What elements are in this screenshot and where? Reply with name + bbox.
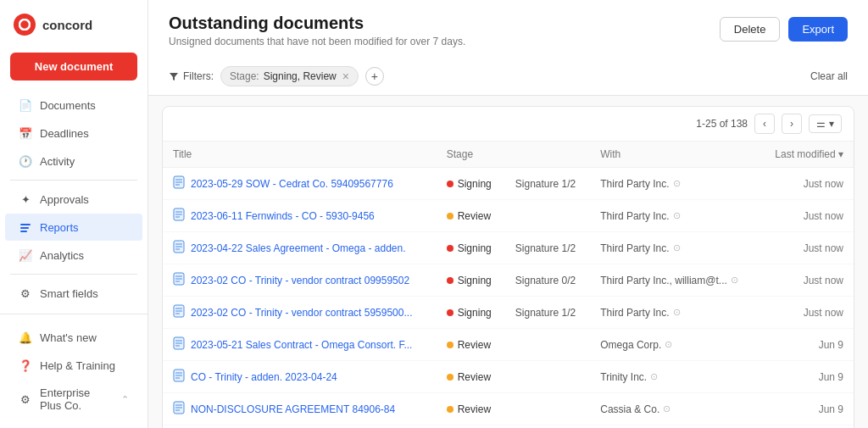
doc-name-2: 2023-04-22 Sales Agreement - Omega - add… [191, 242, 406, 254]
sidebar-item-whats-new[interactable]: 🔔 What's new [5, 324, 142, 351]
page-subtitle: Unsigned documents that have not been mo… [169, 36, 465, 47]
sidebar-label-enterprise: Enterprise Plus Co. [40, 386, 114, 412]
table-settings-chevron: ▾ [829, 118, 834, 130]
sidebar-item-activity[interactable]: 🕐 Activity [5, 147, 142, 175]
sidebar-item-approvals[interactable]: ✦ Approvals [5, 186, 142, 213]
sidebar-bottom: 🔔 What's new ❓ Help & Training ⚙ Enterpr… [0, 314, 147, 428]
cell-title-4: 2023-02 CO - Trinity - vendor contract 5… [163, 297, 437, 329]
stage-label-1: Review [458, 210, 491, 222]
table-body: 2023-05-29 SOW - Cedrat Co. 59409567776 … [163, 168, 854, 429]
sidebar-item-documents[interactable]: 📄 Documents [5, 92, 142, 119]
table-row[interactable]: CO - Trinity - adden. 2023-04-24 Review … [163, 361, 854, 393]
sidebar-item-help-training[interactable]: ❓ Help & Training [5, 352, 142, 379]
reports-icon [19, 220, 32, 234]
cell-stage-7: Review [437, 393, 505, 425]
cell-title-3: 2023-02 CO - Trinity - vendor contract 0… [163, 264, 437, 297]
stage-label-7: Review [458, 403, 491, 415]
filter-close-button[interactable]: × [342, 69, 349, 83]
logo: concord [0, 0, 147, 46]
cell-with-1: Third Party Inc. ⊙ [590, 200, 760, 232]
cell-stage-0: Signing [437, 168, 505, 200]
cell-signature-8: Approval 0/2 [505, 425, 590, 429]
sidebar-item-enterprise[interactable]: ⚙ Enterprise Plus Co. ⌃ [5, 380, 142, 419]
doc-icon-5 [173, 336, 185, 353]
doc-name-3: 2023-02 CO - Trinity - vendor contract 0… [191, 275, 409, 286]
cell-modified-8: Jun 9 [760, 425, 854, 429]
cell-stage-6: Review [437, 361, 505, 393]
doc-name-4: 2023-02 CO - Trinity - vendor contract 5… [191, 307, 412, 319]
export-button[interactable]: Export [788, 17, 848, 42]
sidebar-item-smart-fields[interactable]: ⚙ Smart fields [5, 280, 142, 307]
table-row[interactable]: NON-DISCLOSURE AGREEMENT 84906-84 Review… [163, 393, 854, 425]
delete-button[interactable]: Delete [720, 17, 781, 42]
cell-modified-2: Just now [760, 232, 854, 264]
share-icon-3: ⊙ [731, 275, 738, 286]
with-name-1: Third Party Inc. [600, 210, 669, 222]
analytics-icon: 📈 [19, 248, 32, 262]
filter-bar: Filters: Stage: Signing, Review × + Clea… [169, 58, 848, 95]
add-filter-button[interactable]: + [365, 67, 384, 86]
cell-signature-0: Signature 1/2 [505, 168, 590, 200]
cell-title-6: CO - Trinity - adden. 2023-04-24 [163, 361, 437, 393]
table-row[interactable]: 2023-02 CO - Trinity - vendor contract 0… [163, 264, 854, 297]
with-name-0: Third Party Inc. [600, 178, 669, 190]
table-row[interactable]: 2023-02 CO - Trinity - vendor contract 5… [163, 297, 854, 329]
cell-stage-3: Signing [437, 264, 505, 297]
whats-new-icon: 🔔 [19, 331, 32, 344]
sidebar-nav: 📄 Documents 📅 Deadlines 🕐 Activity ✦ App… [0, 91, 147, 314]
doc-name-5: 2023-05-21 Sales Contract - Omega Consor… [191, 339, 412, 351]
table-settings-button[interactable]: ⚌ ▾ [809, 114, 842, 133]
cell-modified-4: Just now [760, 297, 854, 329]
with-name-5: Omega Corp. [600, 339, 661, 351]
cell-signature-7 [505, 393, 590, 425]
with-name-6: Trinity Inc. [600, 371, 647, 383]
sidebar-item-analytics[interactable]: 📈 Analytics [5, 242, 142, 269]
cell-signature-1 [505, 200, 590, 232]
pagination-next-button[interactable]: › [782, 114, 802, 134]
header-top: Outstanding documents Unsigned documents… [169, 14, 848, 47]
cell-title-1: 2023-06-11 Fernwinds - CO - 5930-9456 [163, 200, 437, 232]
pagination-prev-button[interactable]: ‹ [754, 114, 775, 134]
cell-signature-3: Signature 0/2 [505, 264, 590, 297]
logo-icon [14, 14, 36, 36]
new-document-button[interactable]: New document [10, 53, 137, 81]
doc-name-1: 2023-06-11 Fernwinds - CO - 5930-9456 [191, 210, 375, 222]
clear-all-button[interactable]: Clear all [810, 70, 848, 82]
cell-title-8: Services Order Form 1683496054-002 [163, 425, 437, 429]
header-actions: Delete Export [720, 17, 848, 42]
sidebar-item-deadlines[interactable]: 📅 Deadlines [5, 120, 142, 147]
table-row[interactable]: 2023-05-21 Sales Contract - Omega Consor… [163, 329, 854, 361]
cell-with-8: Acme Global - Pro, Trinity I... ⊙ [590, 425, 760, 429]
col-modified: Last modified ▾ [760, 142, 854, 168]
page-title: Outstanding documents [169, 14, 465, 33]
table-row[interactable]: 2023-04-22 Sales Agreement - Omega - add… [163, 232, 854, 264]
filter-chip-value: Signing, Review [264, 70, 337, 82]
sidebar-label-analytics: Analytics [40, 249, 84, 262]
sidebar-item-reports[interactable]: Reports [5, 214, 142, 241]
share-icon-7: ⊙ [663, 403, 670, 414]
share-icon-0: ⊙ [673, 178, 681, 189]
with-name-4: Third Party Inc. [600, 307, 669, 319]
sidebar-label-deadlines: Deadlines [40, 127, 89, 140]
table-row[interactable]: Services Order Form 1683496054-002 Revie… [163, 425, 854, 429]
cell-modified-7: Jun 9 [760, 393, 854, 425]
stage-label-4: Signing [458, 307, 492, 319]
cell-title-2: 2023-04-22 Sales Agreement - Omega - add… [163, 232, 437, 264]
doc-icon-7 [173, 401, 185, 417]
with-name-2: Third Party Inc. [600, 242, 669, 254]
table-row[interactable]: 2023-06-11 Fernwinds - CO - 5930-9456 Re… [163, 200, 854, 232]
smart-fields-icon: ⚙ [19, 286, 32, 300]
cell-title-5: 2023-05-21 Sales Contract - Omega Consor… [163, 329, 437, 361]
cell-stage-4: Signing [437, 297, 505, 329]
svg-point-0 [19, 19, 30, 30]
cell-with-2: Third Party Inc. ⊙ [590, 232, 760, 264]
table-row[interactable]: 2023-05-29 SOW - Cedrat Co. 59409567776 … [163, 168, 854, 200]
filter-icon [169, 71, 179, 81]
document-icon: 📄 [19, 98, 32, 112]
col-signature [505, 142, 590, 168]
doc-icon-1 [173, 208, 185, 224]
svg-rect-1 [20, 224, 31, 225]
sidebar: concord New document 📄 Documents 📅 Deadl… [0, 0, 148, 428]
sidebar-item-clause-library[interactable]: 📚 Clause library [5, 308, 142, 314]
sidebar-label-activity: Activity [40, 155, 75, 168]
